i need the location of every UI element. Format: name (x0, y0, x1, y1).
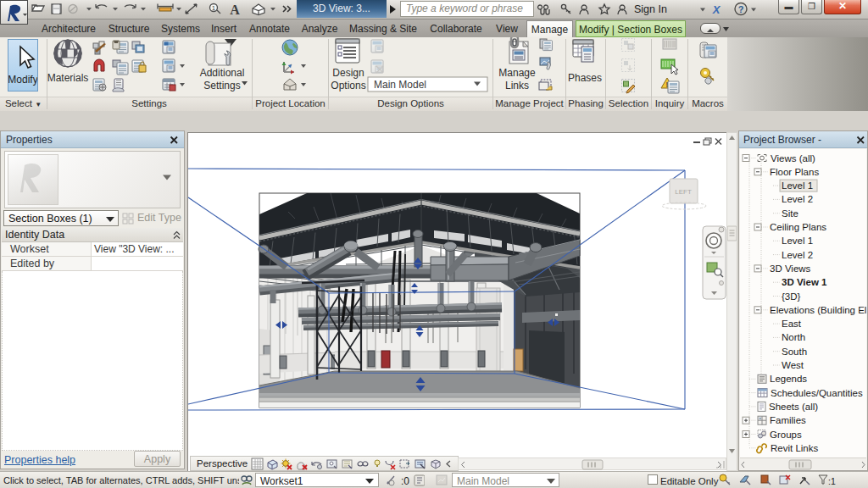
svg-text:Schedules/Quantities: Schedules/Quantities (771, 388, 863, 398)
svg-text::1: :1 (828, 476, 836, 486)
svg-text:West: West (782, 360, 804, 370)
svg-text:Ceiling Plans: Ceiling Plans (770, 222, 826, 232)
svg-text:Main Model: Main Model (374, 79, 426, 91)
svg-text:Links: Links (505, 80, 529, 92)
svg-text:Phases: Phases (568, 72, 602, 84)
svg-text:X: X (712, 3, 721, 16)
svg-text::0: :0 (401, 475, 409, 487)
svg-text:Options: Options (331, 80, 365, 92)
svg-text:Additional: Additional (200, 67, 245, 79)
svg-text:A: A (230, 3, 240, 17)
svg-text:?: ? (738, 4, 744, 14)
svg-text:Views (all): Views (all) (771, 153, 815, 164)
svg-text:3D Views: 3D Views (770, 263, 811, 274)
svg-text:Design: Design (332, 67, 364, 79)
svg-text:1: 1 (212, 5, 215, 11)
svg-text:Manage: Manage (498, 67, 536, 79)
svg-text:Sign In: Sign In (634, 3, 667, 15)
svg-text:Revit Links: Revit Links (771, 443, 818, 453)
svg-text:Materials: Materials (47, 72, 88, 84)
svg-text:LEFT: LEFT (675, 188, 692, 196)
svg-text:Legends: Legends (770, 374, 807, 384)
svg-text:Level 2: Level 2 (782, 250, 813, 260)
svg-text:Elevations (Building El: Elevations (Building El (770, 305, 866, 315)
svg-text:Sheets (all): Sheets (all) (769, 402, 818, 412)
svg-text:East: East (782, 319, 802, 329)
svg-text:Level 1: Level 1 (782, 180, 813, 191)
svg-text:South: South (782, 347, 807, 357)
svg-text:{3D}: {3D} (782, 291, 801, 302)
svg-text:North: North (782, 332, 805, 342)
svg-text:Settings: Settings (203, 80, 240, 92)
svg-text:Level 1: Level 1 (782, 236, 813, 246)
svg-text:Floor Plans: Floor Plans (770, 167, 819, 177)
svg-text:Families: Families (770, 415, 806, 425)
svg-text:Site: Site (782, 208, 798, 219)
svg-text:Groups: Groups (770, 430, 802, 440)
svg-text:3D View 1: 3D View 1 (782, 277, 827, 287)
svg-text:Level 2: Level 2 (782, 194, 813, 204)
svg-text:Modify: Modify (8, 74, 37, 86)
